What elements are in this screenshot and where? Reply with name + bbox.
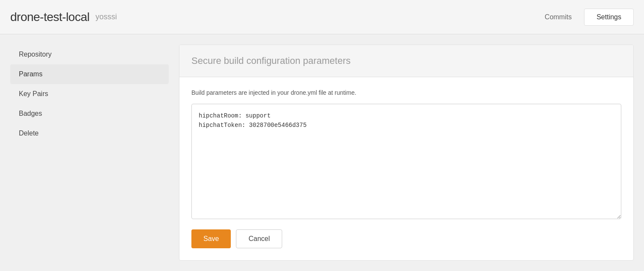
content-body: Build parameters are injected in your dr… bbox=[179, 77, 633, 260]
sidebar-item-repository[interactable]: Repository bbox=[10, 45, 169, 64]
sidebar: Repository Params Key Pairs Badges Delet… bbox=[10, 45, 169, 261]
sidebar-item-params[interactable]: Params bbox=[10, 64, 169, 84]
content-header: Secure build configuration parameters bbox=[179, 45, 633, 77]
content-header-title: Secure build configuration parameters bbox=[191, 55, 351, 66]
content-panel: Secure build configuration parameters Bu… bbox=[179, 45, 634, 261]
main-container: Repository Params Key Pairs Badges Delet… bbox=[0, 34, 644, 271]
repo-name: drone-test-local bbox=[10, 10, 89, 24]
sidebar-item-delete[interactable]: Delete bbox=[10, 123, 169, 143]
save-button[interactable]: Save bbox=[191, 229, 231, 248]
description-text: Build parameters are injected in your dr… bbox=[191, 89, 621, 96]
cancel-button[interactable]: Cancel bbox=[236, 229, 282, 248]
header: drone-test-local yosssi Commits Settings bbox=[0, 0, 644, 34]
username: yosssi bbox=[95, 12, 117, 21]
params-textarea[interactable] bbox=[191, 104, 621, 219]
settings-nav-link[interactable]: Settings bbox=[584, 9, 634, 26]
sidebar-item-badges[interactable]: Badges bbox=[10, 104, 169, 123]
header-nav: Commits Settings bbox=[532, 9, 634, 26]
action-buttons: Save Cancel bbox=[191, 229, 621, 248]
commits-nav-link[interactable]: Commits bbox=[532, 9, 584, 26]
sidebar-item-key-pairs[interactable]: Key Pairs bbox=[10, 84, 169, 104]
